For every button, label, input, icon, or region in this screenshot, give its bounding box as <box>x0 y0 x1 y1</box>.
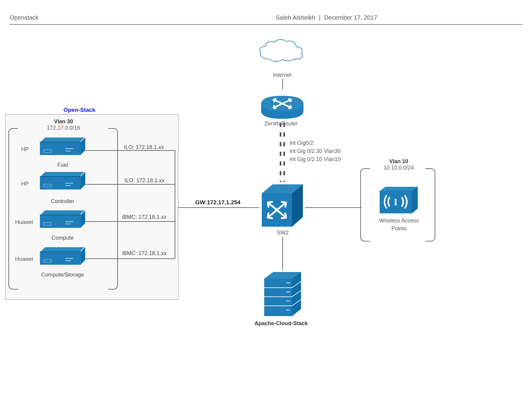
wap-line2: Points <box>378 225 420 232</box>
trunk-link-icon <box>279 123 286 182</box>
connector-line <box>86 221 121 222</box>
connector-line <box>86 184 122 185</box>
svg-marker-24 <box>380 187 418 191</box>
vlan30-subnet-post: .0.0/16 <box>63 125 80 131</box>
vlan30-title: Vlan 30 <box>36 118 91 125</box>
connector-line <box>282 79 283 89</box>
server-icon <box>40 138 85 154</box>
meta-sep: | <box>319 14 320 21</box>
server-vendor: HP <box>21 181 29 187</box>
server-mgmt: iBMC: 172.18.1.xx <box>122 214 167 220</box>
server-mgmt: ILO: 172.18.1.xx <box>124 144 164 150</box>
vlan10-subnet: 10.10.0.0/24 <box>379 165 418 171</box>
connector-line <box>282 237 283 271</box>
apache-label: Apache-Cloud-Stack <box>255 320 308 327</box>
connector-line <box>122 150 175 151</box>
vlan10-header: Vlan 10 10.10.0.0/24 <box>379 158 418 171</box>
server-name: Fuel <box>40 162 85 168</box>
vlan30-subnet: 172.17.0.0/16 <box>36 125 91 131</box>
doc-title: Openstack <box>10 14 39 21</box>
right-bracket-icon <box>108 128 118 290</box>
svg-marker-25 <box>412 187 418 213</box>
interface-labels: Int Gig0/2: Int Gig 0/2.30 Vlan30 Int Gi… <box>290 139 341 163</box>
server-mgmt: ILO: 172.18.1.xx <box>125 177 164 184</box>
left-bracket-icon <box>8 128 18 290</box>
wireless-ap-icon <box>378 185 420 215</box>
left-bracket-icon <box>360 168 370 241</box>
server-name: Controller <box>40 198 85 205</box>
connector-line <box>86 150 122 151</box>
vlan30-subnet-pre: 172. <box>47 125 57 131</box>
header-rule <box>10 24 522 25</box>
server-icon <box>40 247 85 264</box>
vlan10-title: Vlan 10 <box>379 158 418 165</box>
connector-line <box>305 207 362 208</box>
svg-marker-11 <box>292 272 301 316</box>
connector-line <box>86 258 175 259</box>
server-icon <box>40 172 85 189</box>
internet-label: Internet <box>273 72 291 78</box>
server-vendor: HP <box>21 146 29 153</box>
server-vendor: Huawei <box>15 219 33 225</box>
right-bracket-icon <box>426 168 435 241</box>
gateway-label: GW:172.17.1.254 <box>195 199 241 206</box>
intgig-line1: Int Gig0/2: <box>290 139 341 147</box>
connector-line <box>122 184 175 185</box>
sw2-label: SW2 <box>277 230 289 236</box>
connector-line <box>175 150 175 258</box>
connector-line <box>121 221 175 222</box>
openstack-group-title: Open-Stack <box>63 107 96 113</box>
doc-author: Saleh Alsheikh <box>276 14 315 21</box>
wap-label: Wireless Access Points <box>378 217 420 232</box>
vlan30-header: Vlan 30 172.17.0.0/16 <box>36 118 91 131</box>
server-name: Compute/Storage <box>34 272 91 278</box>
page-header: Openstack Saleh Alsheikh | December 17, … <box>10 11 522 24</box>
wap-line1: Wireless Access <box>378 217 420 225</box>
router-icon <box>259 89 305 123</box>
intgig-line2: Int Gig 0/2.30 Vlan30 <box>290 147 341 155</box>
doc-meta: Saleh Alsheikh | December 17, 2017 <box>276 14 377 21</box>
intgig-line3: Int Gig 0/2.10 Vlan10 <box>290 155 341 163</box>
doc-date: December 17, 2017 <box>324 14 377 21</box>
switch-icon <box>259 181 306 230</box>
connector-line <box>178 207 259 208</box>
server-name: Compute <box>40 235 85 241</box>
server-vendor: Huawei <box>15 256 33 262</box>
server-icon <box>40 210 85 227</box>
server-mgmt: iBMC: 172.18.1.xx <box>122 250 167 257</box>
cloud-icon <box>257 38 305 68</box>
openstack-box <box>5 114 178 300</box>
svg-marker-9 <box>264 279 292 316</box>
vlan30-subnet-mid: 17 <box>57 125 63 131</box>
server-stack-icon <box>262 270 305 319</box>
